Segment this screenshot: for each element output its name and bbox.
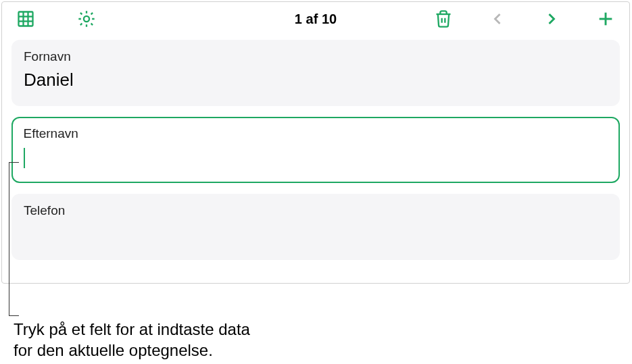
field-fornavn[interactable]: Fornavn Daniel [11, 40, 620, 106]
toolbar: 1 af 10 [2, 2, 629, 36]
svg-rect-0 [19, 12, 33, 26]
field-value: Daniel [24, 70, 608, 91]
prev-record-button[interactable] [487, 9, 508, 29]
field-value [24, 224, 608, 245]
field-efternavn[interactable]: Efternavn [11, 117, 620, 183]
field-telefon[interactable]: Telefon [11, 194, 620, 260]
text-cursor [24, 148, 25, 168]
gear-icon[interactable] [76, 9, 97, 29]
record-counter: 1 af 10 [295, 11, 337, 27]
form-panel: 1 af 10 [1, 1, 630, 284]
trash-icon[interactable] [433, 9, 454, 29]
callout-text: Tryk på et felt for at indtaste data for… [14, 319, 250, 361]
field-label: Telefon [24, 203, 608, 218]
next-record-button[interactable] [541, 9, 562, 29]
fields-container: Fornavn Daniel Efternavn Telefon [2, 36, 629, 283]
field-label: Efternavn [24, 126, 608, 141]
svg-point-5 [84, 16, 89, 22]
field-label: Fornavn [24, 49, 608, 64]
table-icon[interactable] [16, 9, 36, 29]
callout-connector [9, 162, 19, 316]
add-record-button[interactable] [595, 9, 616, 29]
field-value [24, 147, 608, 168]
